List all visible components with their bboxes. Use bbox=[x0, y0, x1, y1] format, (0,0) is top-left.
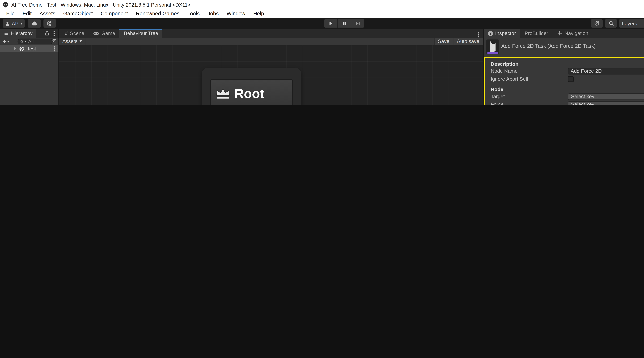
maximize-icon[interactable] bbox=[52, 39, 57, 44]
step-icon bbox=[355, 21, 360, 26]
node-name-field[interactable]: Add Force 2D bbox=[568, 68, 644, 74]
history-icon bbox=[594, 20, 600, 26]
component-properties: Description Node Name Add Force 2D Ignor… bbox=[484, 57, 644, 105]
person-icon bbox=[5, 21, 10, 26]
field-label: Force bbox=[491, 102, 568, 105]
kebab-icon bbox=[53, 33, 54, 34]
undo-history-button[interactable] bbox=[591, 19, 603, 28]
menu-edit[interactable]: Edit bbox=[18, 9, 36, 18]
menu-jobs[interactable]: Jobs bbox=[204, 9, 223, 18]
tab-label: Hierarchy bbox=[11, 31, 32, 36]
scene-tab-bar: # Scene Game Behaviour Tree bbox=[59, 29, 483, 38]
chevron-down-icon bbox=[79, 40, 82, 42]
grid-icon: # bbox=[65, 31, 68, 36]
save-button[interactable]: Save bbox=[434, 37, 454, 45]
tab-behaviour-tree[interactable]: Behaviour Tree bbox=[120, 29, 162, 38]
behaviour-runner-icon bbox=[19, 46, 24, 51]
target-row: Target Select key... bbox=[484, 92, 644, 100]
menu-file[interactable]: File bbox=[2, 9, 18, 18]
search-icon bbox=[20, 40, 24, 43]
node-name-row: Node Name Add Force 2D bbox=[484, 67, 644, 75]
gamepad-icon bbox=[93, 31, 99, 35]
hierarchy-search-input[interactable]: All bbox=[18, 39, 53, 44]
task-asset-icon bbox=[486, 39, 499, 54]
inspector-panel: i Inspector ProBuilder Navigation bbox=[483, 29, 644, 105]
force-key-dropdown[interactable]: Select key... bbox=[568, 101, 644, 105]
info-icon: i bbox=[488, 31, 493, 36]
auto-save-button[interactable]: Auto save bbox=[454, 37, 483, 45]
field-label: Ignore Abort Self bbox=[491, 76, 568, 81]
cloud-button[interactable] bbox=[28, 19, 41, 28]
layers-label: Layers bbox=[622, 21, 637, 26]
assets-dropdown[interactable]: Assets bbox=[59, 37, 86, 45]
ignore-abort-self-checkbox[interactable] bbox=[568, 76, 574, 82]
play-controls bbox=[324, 19, 364, 28]
force-row: Force Select key... bbox=[484, 100, 644, 105]
unity-editor-window: AI Tree Demo - Test - Windows, Mac, Linu… bbox=[0, 0, 644, 105]
item-label: Test bbox=[27, 46, 36, 51]
menu-renowned-games[interactable]: Renowned Games bbox=[132, 9, 184, 18]
minimize-button[interactable]: – bbox=[643, 0, 644, 9]
tab-game[interactable]: Game bbox=[88, 29, 120, 38]
menu-help[interactable]: Help bbox=[249, 9, 268, 18]
search-button[interactable] bbox=[605, 19, 617, 28]
kebab-icon bbox=[54, 48, 55, 49]
ignore-abort-self-row: Ignore Abort Self bbox=[484, 75, 644, 83]
tab-label: ProBuilder bbox=[524, 31, 548, 36]
unlock-icon[interactable] bbox=[44, 31, 50, 36]
kebab-icon bbox=[478, 34, 479, 35]
pause-button[interactable] bbox=[338, 19, 351, 28]
cloud-icon bbox=[31, 21, 38, 26]
component-header: Add Force 2D Task (Add Force 2D Task) ? bbox=[484, 38, 644, 57]
menu-gameobject[interactable]: GameObject bbox=[59, 9, 97, 18]
node-title: Root bbox=[234, 86, 264, 101]
tab-scene[interactable]: # Scene bbox=[60, 29, 88, 38]
expand-caret-icon[interactable] bbox=[14, 47, 16, 50]
tab-label: Scene bbox=[70, 31, 84, 36]
scene-view-panel: # Scene Game Behaviour Tree Assets Save bbox=[59, 29, 483, 105]
behaviour-tree-graph[interactable]: Behaviour Tree Root None bbox=[59, 45, 483, 105]
behaviour-tree-toolbar: Assets Save Auto save bbox=[59, 38, 483, 45]
save-label: Save bbox=[438, 39, 450, 44]
assets-label: Assets bbox=[62, 39, 78, 44]
crown-icon bbox=[215, 88, 231, 100]
menu-window[interactable]: Window bbox=[223, 9, 249, 18]
play-button[interactable] bbox=[324, 19, 337, 28]
panel-menu-button[interactable] bbox=[476, 31, 482, 38]
tab-inspector[interactable]: i Inspector bbox=[484, 29, 520, 38]
account-button[interactable]: AP bbox=[2, 19, 25, 28]
pause-icon bbox=[342, 21, 346, 26]
description-section-header: Description bbox=[484, 60, 644, 67]
main-toolbar: AP Layers bbox=[0, 18, 644, 29]
hierarchy-tab-bar: Hierarchy bbox=[0, 29, 58, 38]
tab-navigation[interactable]: Navigation bbox=[552, 29, 592, 38]
create-button[interactable]: + bbox=[0, 38, 10, 45]
step-button[interactable] bbox=[351, 19, 364, 28]
hierarchy-item-test[interactable]: Test bbox=[0, 45, 58, 52]
search-icon bbox=[608, 20, 614, 26]
tab-probuilder[interactable]: ProBuilder bbox=[520, 29, 552, 38]
menu-component[interactable]: Component bbox=[97, 9, 132, 18]
unity-logo-icon bbox=[2, 1, 9, 8]
account-label: AP bbox=[12, 21, 18, 26]
panel-menu-button[interactable] bbox=[51, 30, 57, 36]
root-node-header: Root None bbox=[210, 79, 293, 105]
node-section-header: Node bbox=[484, 86, 644, 92]
menu-tools[interactable]: Tools bbox=[184, 9, 204, 18]
item-menu-button[interactable] bbox=[52, 45, 58, 52]
tab-label: Behaviour Tree bbox=[124, 31, 158, 36]
navigation-move-icon bbox=[557, 31, 562, 36]
menu-assets[interactable]: Assets bbox=[36, 9, 59, 18]
tab-label: Game bbox=[101, 31, 115, 36]
tab-hierarchy[interactable]: Hierarchy bbox=[0, 29, 36, 38]
tab-label: Navigation bbox=[564, 31, 588, 36]
field-label: Node Name bbox=[491, 68, 568, 74]
field-label: Target bbox=[491, 94, 568, 99]
layers-dropdown[interactable]: Layers bbox=[619, 19, 644, 28]
inspector-tab-bar: i Inspector ProBuilder Navigation bbox=[484, 29, 644, 38]
target-key-dropdown[interactable]: Select key... bbox=[568, 93, 644, 100]
plastic-scm-button[interactable] bbox=[44, 19, 56, 28]
chevron-down-icon bbox=[24, 41, 26, 42]
hierarchy-panel: Hierarchy + All Test bbox=[0, 29, 59, 105]
root-node[interactable]: Root None bbox=[202, 68, 301, 105]
